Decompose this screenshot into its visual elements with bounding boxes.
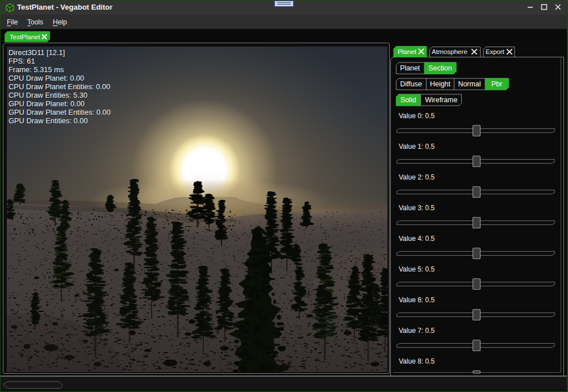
svg-text:Normal: Normal bbox=[458, 80, 481, 88]
svg-text:Planet: Planet bbox=[398, 48, 417, 56]
svg-text:Value 6: 0.5: Value 6: 0.5 bbox=[399, 296, 435, 304]
svg-text:Value 5: 0.5: Value 5: 0.5 bbox=[399, 265, 435, 273]
svg-text:Value 7: 0.5: Value 7: 0.5 bbox=[399, 327, 435, 335]
svg-text:Height: Height bbox=[430, 80, 450, 88]
svg-text:Value 1: 0.5: Value 1: 0.5 bbox=[399, 143, 435, 151]
svg-text:Atmosphere: Atmosphere bbox=[432, 48, 467, 56]
svg-text:Section: Section bbox=[428, 64, 452, 72]
svg-text:Value 8: 0.5: Value 8: 0.5 bbox=[399, 357, 435, 365]
svg-text:Wireframe: Wireframe bbox=[425, 96, 457, 104]
svg-text:Planet: Planet bbox=[400, 64, 420, 72]
svg-text:Export: Export bbox=[486, 48, 505, 55]
svg-text:Value 0: 0.5: Value 0: 0.5 bbox=[399, 112, 435, 120]
svg-text:Pbr: Pbr bbox=[491, 80, 502, 88]
svg-text:Value 4: 0.5: Value 4: 0.5 bbox=[399, 235, 435, 243]
svg-text:Value 2: 0.5: Value 2: 0.5 bbox=[399, 173, 435, 181]
svg-text:Value 3: 0.5: Value 3: 0.5 bbox=[399, 204, 435, 212]
svg-text:Diffuse: Diffuse bbox=[400, 80, 422, 88]
svg-text:Solid: Solid bbox=[400, 96, 416, 104]
